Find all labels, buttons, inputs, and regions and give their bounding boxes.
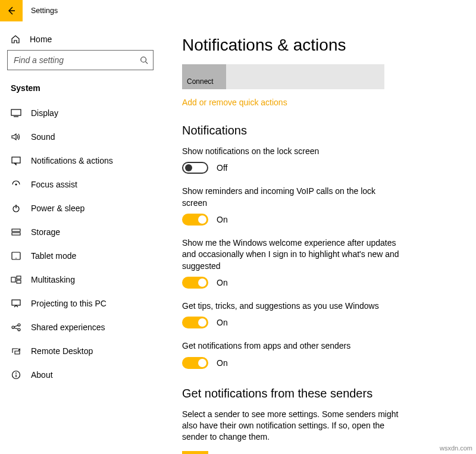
watermark: wsxdn.com (440, 444, 472, 452)
power-icon (11, 203, 21, 213)
senders-description: Select a sender to see more settings. So… (182, 409, 402, 443)
svg-line-20 (14, 325, 18, 327)
sidebar-item-shared[interactable]: Shared experiences (0, 315, 161, 339)
quick-action-label: Connect (187, 77, 214, 86)
multitasking-icon (11, 275, 21, 284)
svg-rect-16 (12, 300, 20, 305)
sidebar-item-label: About (31, 370, 53, 380)
sidebar-item-projecting[interactable]: Projecting to this PC (0, 292, 161, 315)
sidebar-item-label: Focus assist (31, 180, 77, 189)
sidebar-item-tablet[interactable]: Tablet mode (0, 244, 161, 268)
sidebar-item-label: Projecting to this PC (31, 299, 107, 308)
sidebar-item-focus-assist[interactable]: Focus assist (0, 173, 161, 196)
setting-welcome-experience: Show me the Windows welcome experience a… (182, 237, 455, 289)
search-box[interactable] (7, 50, 154, 70)
svg-line-21 (14, 328, 18, 329)
setting-lock-screen-notif: Show notifications on the lock screen Of… (182, 146, 455, 174)
setting-tips: Get tips, tricks, and suggestions as you… (182, 300, 455, 328)
sidebar-item-sound[interactable]: Sound (0, 125, 161, 149)
setting-reminders-voip: Show reminders and incoming VoIP calls o… (182, 186, 455, 226)
sidebar-item-notifications[interactable]: Notifications & actions (0, 149, 161, 173)
sidebar-item-power[interactable]: Power & sleep (0, 196, 161, 220)
svg-rect-5 (12, 157, 20, 163)
svg-rect-14 (17, 276, 21, 279)
toggle-state: On (217, 215, 228, 224)
senders-heading: Get notifications from these senders (182, 387, 455, 400)
sidebar-item-label: Shared experiences (31, 323, 105, 332)
main-pane: Notifications & actions Connect Add or r… (161, 21, 476, 454)
svg-point-1 (141, 57, 146, 62)
sidebar-item-label: Storage (31, 227, 60, 237)
svg-rect-15 (17, 280, 21, 283)
svg-rect-3 (11, 109, 21, 115)
toggle-welcome-experience[interactable] (182, 277, 208, 289)
tablet-icon (11, 252, 21, 260)
home-nav[interactable]: Home (0, 29, 161, 50)
quick-action-connect[interactable]: Connect (182, 64, 226, 89)
svg-point-23 (15, 372, 17, 374)
sidebar-item-display[interactable]: Display (0, 101, 161, 125)
setting-label: Get tips, tricks, and suggestions as you… (182, 300, 402, 312)
svg-point-12 (15, 258, 16, 258)
sidebar-item-label: Display (31, 108, 58, 118)
about-icon (11, 370, 21, 380)
toggle-state: Off (217, 163, 227, 173)
setting-label: Show notifications on the lock screen (182, 146, 402, 157)
page-title: Notifications & actions (182, 36, 455, 55)
display-icon (11, 109, 21, 117)
svg-line-2 (146, 62, 148, 64)
sidebar-item-about[interactable]: About (0, 363, 161, 387)
svg-point-17 (12, 326, 14, 328)
title-bar: Settings (0, 0, 476, 21)
toggle-apps-senders[interactable] (182, 357, 208, 369)
search-icon (140, 56, 148, 64)
projecting-icon (11, 299, 21, 308)
setting-apps-senders: Get notifications from apps and other se… (182, 340, 455, 368)
svg-point-18 (18, 324, 20, 326)
svg-rect-13 (11, 277, 15, 282)
sidebar-item-label: Notifications & actions (31, 156, 113, 165)
storage-icon (11, 228, 21, 236)
home-icon (11, 35, 20, 44)
window-title: Settings (23, 0, 58, 21)
add-remove-quick-actions-link[interactable]: Add or remove quick actions (182, 98, 287, 107)
home-label: Home (30, 35, 52, 44)
search-input[interactable] (8, 55, 153, 65)
section-label: System (0, 77, 161, 101)
sidebar-item-multitasking[interactable]: Multitasking (0, 268, 161, 292)
sidebar-item-remote[interactable]: Remote Desktop (0, 339, 161, 363)
sidebar-item-label: Remote Desktop (31, 346, 93, 356)
toggle-lock-screen-notif[interactable] (182, 162, 208, 174)
setting-label: Show me the Windows welcome experience a… (182, 237, 402, 272)
focus-assist-icon (11, 180, 21, 189)
sidebar-item-label: Power & sleep (31, 203, 84, 213)
sound-icon (11, 132, 21, 142)
sidebar-item-label: Multitasking (31, 275, 75, 284)
toggle-tips[interactable] (182, 317, 208, 328)
notifications-heading: Notifications (182, 124, 455, 137)
back-button[interactable] (0, 0, 23, 21)
remote-desktop-icon (11, 347, 21, 355)
toggle-reminders-voip[interactable] (182, 214, 208, 226)
toggle-state: On (217, 318, 228, 327)
setting-label: Get notifications from apps and other se… (182, 340, 402, 352)
sidebar: Home System Display Sound Notifications … (0, 21, 161, 454)
svg-rect-10 (12, 233, 20, 235)
sender-feedback-hub[interactable]: Feedback Hub On: Banners, Sounds On (182, 451, 455, 454)
setting-label: Show reminders and incoming VoIP calls o… (182, 186, 402, 209)
svg-rect-9 (12, 229, 20, 231)
toggle-state: On (217, 358, 228, 368)
sidebar-item-label: Sound (31, 132, 55, 142)
shared-icon (11, 323, 21, 332)
arrow-left-icon (7, 6, 16, 15)
toggle-state: On (217, 278, 228, 287)
notifications-icon (11, 156, 21, 165)
sidebar-item-label: Tablet mode (31, 251, 76, 261)
feedback-hub-icon (182, 451, 208, 454)
svg-point-6 (15, 184, 17, 186)
sidebar-item-storage[interactable]: Storage (0, 220, 161, 244)
svg-point-19 (18, 328, 20, 331)
quick-actions-bar: Connect (182, 64, 384, 89)
